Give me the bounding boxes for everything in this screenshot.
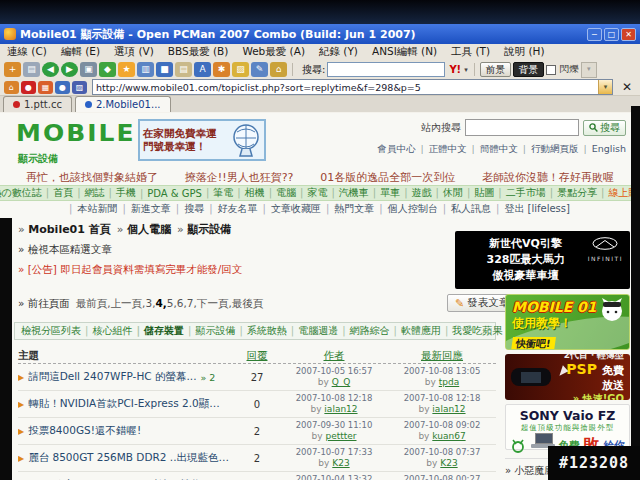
user-nav-item[interactable]: 文章收藏匣: [258, 202, 321, 216]
last-replier-link[interactable]: ialan12: [432, 404, 465, 414]
blink-checkbox[interactable]: [546, 65, 556, 75]
page-link[interactable]: 7: [187, 297, 197, 311]
url-input[interactable]: [93, 82, 598, 93]
page-link[interactable]: 下一頁: [197, 297, 232, 311]
folder-icon[interactable]: ▨: [232, 62, 249, 77]
col-author[interactable]: 作者: [280, 349, 388, 363]
user-nav-item[interactable]: 私人訊息: [438, 202, 491, 216]
save-icon[interactable]: ■: [156, 62, 173, 77]
engine-dropdown-icon[interactable]: ▾: [464, 66, 468, 74]
menu-item[interactable]: BBS最愛 (B): [161, 45, 236, 59]
nav-item[interactable]: 遊戲: [400, 186, 431, 200]
topic-title-link[interactable]: 投票8400GS!還不錯喔!: [28, 424, 141, 438]
last-replier-link[interactable]: kuan67: [432, 431, 465, 441]
nav-item[interactable]: 筆電: [202, 186, 233, 200]
author-link[interactable]: K23: [332, 458, 349, 468]
site-search-button[interactable]: 搜尋: [583, 120, 626, 136]
background-color-button[interactable]: 背景: [513, 62, 544, 77]
copy-icon[interactable]: ▥: [137, 62, 154, 77]
infiniti-ad[interactable]: INFINITI 新世代VQ引擎328匹最大馬力傲視豪華車壇: [455, 231, 630, 289]
plugin-icon[interactable]: ◆: [99, 62, 116, 77]
nav-item[interactable]: 熱の數位誌: [0, 186, 42, 200]
favorites-star-icon[interactable]: ★: [118, 62, 135, 77]
user-nav-item[interactable]: 本站新聞: [64, 202, 117, 216]
user-nav-item[interactable]: 好友名單: [204, 202, 257, 216]
topic-row[interactable]: ▶ 投票8400GS!還不錯喔! 2 2007-09-30 11:10 by p…: [18, 418, 496, 445]
nav-item[interactable]: 二手市場: [494, 186, 545, 200]
home-small-icon[interactable]: ⌂: [270, 62, 287, 77]
nav-item[interactable]: PDA & GPS: [136, 188, 202, 199]
menu-item[interactable]: 工具 (T): [444, 45, 497, 59]
close-button[interactable]: ✕: [621, 28, 636, 41]
sub-board-link[interactable]: 我愛吃蘋果: [441, 324, 502, 338]
page-link[interactable]: 最前頁: [76, 297, 111, 311]
sub-board-link[interactable]: 電腦週邊: [287, 324, 338, 338]
gear-icon[interactable]: ✱: [213, 62, 230, 77]
topic-title-link[interactable]: 轉貼！NVIDIA首款PCI-Express 2.0顯示卡現身 - GeForc…: [28, 397, 230, 411]
last-replier-link[interactable]: K23: [440, 458, 457, 468]
yahoo-engine-label[interactable]: Y!: [449, 64, 461, 75]
sub-board-link[interactable]: 核心組件: [81, 324, 132, 338]
nav-item[interactable]: 休閒: [432, 186, 463, 200]
sub-board-link[interactable]: 軟體應用: [390, 324, 441, 338]
ansi-edit-icon[interactable]: ✎: [251, 62, 268, 77]
font-icon[interactable]: A: [194, 62, 211, 77]
nav-item[interactable]: 單車: [369, 186, 400, 200]
user-nav-item[interactable]: 搜尋: [171, 202, 204, 216]
top-link[interactable]: 行動網頁版: [518, 143, 579, 156]
tab-ptt[interactable]: 1.ptt.cc: [3, 96, 72, 112]
page-link[interactable]: 上一頁: [111, 297, 146, 311]
forward-icon[interactable]: ▶: [61, 62, 78, 77]
nav-item[interactable]: 貼圖: [463, 186, 494, 200]
nav-item[interactable]: 網誌: [73, 186, 104, 200]
psp-ad[interactable]: 2代目・輕薄型 PSP 免費放送 » 快速!GO: [505, 354, 630, 400]
top-link[interactable]: 簡體中文: [467, 143, 518, 156]
globe-icon[interactable]: ●: [55, 81, 70, 94]
menu-item[interactable]: 連線 (C): [0, 45, 54, 59]
menu-item[interactable]: 紀錄 (Y): [312, 45, 365, 59]
page-link[interactable]: 6: [177, 297, 187, 311]
author-link[interactable]: pettter: [325, 431, 356, 441]
topic-row[interactable]: ▶ 麗台 8500GT 256MB DDR2 ..出現藍色畫面 2 2007-1…: [18, 445, 496, 472]
user-nav-item[interactable]: 新進文章: [117, 202, 170, 216]
foreground-color-button[interactable]: 前景: [480, 62, 511, 77]
notes-icon[interactable]: ▤: [175, 62, 192, 77]
url-dropdown-icon[interactable]: ▾: [598, 80, 612, 94]
nav-item[interactable]: 手機: [105, 186, 136, 200]
top-link[interactable]: 會員中心: [377, 143, 415, 156]
tagline-ad-link[interactable]: 01各版的逸品全部一次到位: [320, 170, 455, 185]
bbs-list-icon[interactable]: ▣: [80, 62, 97, 77]
toolbar-search-input[interactable]: [327, 62, 445, 77]
maximize-button[interactable]: □: [604, 28, 619, 41]
user-nav-item[interactable]: 熱門文章: [321, 202, 374, 216]
user-nav-item[interactable]: 個人控制台: [374, 202, 437, 216]
menu-item[interactable]: ANSI編輯 (N): [365, 45, 444, 59]
paste-icon[interactable]: ▤: [23, 62, 40, 77]
nav-item[interactable]: 景點分享: [546, 186, 597, 200]
minimize-button[interactable]: ─: [587, 28, 602, 41]
menu-item[interactable]: 選項 (V): [107, 45, 161, 59]
sony-vaio-ad[interactable]: SONY Vaio FZ 超值頂級功能與搶眼外型 免費 敗 給你: [505, 404, 630, 450]
page-link[interactable]: 4: [155, 297, 166, 311]
nav-item[interactable]: 電腦: [265, 186, 296, 200]
top-link[interactable]: English: [578, 143, 626, 156]
tagline-ad-link[interactable]: 再忙，也該找個對象結婚了: [26, 170, 158, 185]
nav-item[interactable]: 家電: [296, 186, 327, 200]
topic-row[interactable]: ▶ 請問這Dell 2407WFP-HC 的螢幕... » 2 27 2007-…: [18, 364, 496, 391]
stop-icon[interactable]: ●: [21, 81, 36, 94]
sub-board-link[interactable]: 顯示設備: [184, 324, 235, 338]
user-nav-item[interactable]: 登出 [lifeless]: [491, 202, 570, 216]
sub-board-link[interactable]: 網路綜合: [338, 324, 389, 338]
page-link[interactable]: 3: [145, 297, 155, 311]
tagline-ad-link[interactable]: 撩落企!!男人也狂賀??: [185, 170, 294, 185]
tab-mobile01[interactable]: 2.Mobile01...: [75, 96, 171, 112]
page-link[interactable]: 5: [167, 297, 177, 311]
close-toolbar-icon[interactable]: ✕: [618, 80, 636, 94]
menu-item[interactable]: Web最愛 (A): [235, 45, 312, 59]
nav-item[interactable]: 汽機車: [327, 186, 368, 200]
folder2-icon[interactable]: ▨: [72, 81, 87, 94]
tagline-ad-link[interactable]: 老師說你沒聽！存好再敗喔: [482, 170, 614, 185]
breadcrumb-item[interactable]: Mobile01 首頁: [18, 222, 111, 237]
page-link[interactable]: 最後頁: [232, 297, 264, 311]
author-link[interactable]: Q_Q: [332, 377, 351, 387]
